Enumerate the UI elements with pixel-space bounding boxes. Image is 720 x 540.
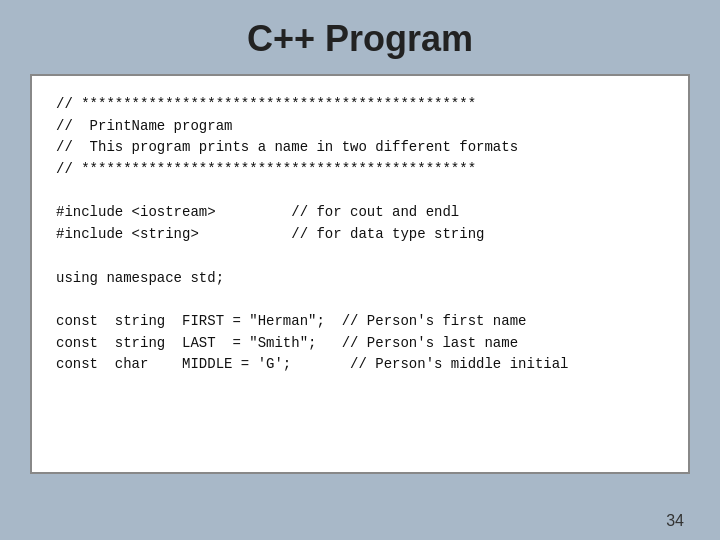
code-line-11: const string FIRST = "Herman"; // Person… [56,313,526,329]
code-line-3: // This program prints a name in two dif… [56,139,518,155]
code-box: // *************************************… [30,74,690,474]
code-line-12: const string LAST = "Smith"; // Person's… [56,335,518,351]
slide-title: C++ Program [0,0,720,74]
code-line-2: // PrintName program [56,118,232,134]
code-line-7: #include <string> // for data type strin… [56,226,484,242]
code-line-13: const char MIDDLE = 'G'; // Person's mid… [56,356,568,372]
page-number: 34 [666,512,684,530]
code-block: // *************************************… [56,94,664,376]
code-line-6: #include <iostream> // for cout and endl [56,204,459,220]
code-line-1: // *************************************… [56,96,476,112]
code-line-9: using namespace std; [56,270,224,286]
code-line-4: // *************************************… [56,161,476,177]
